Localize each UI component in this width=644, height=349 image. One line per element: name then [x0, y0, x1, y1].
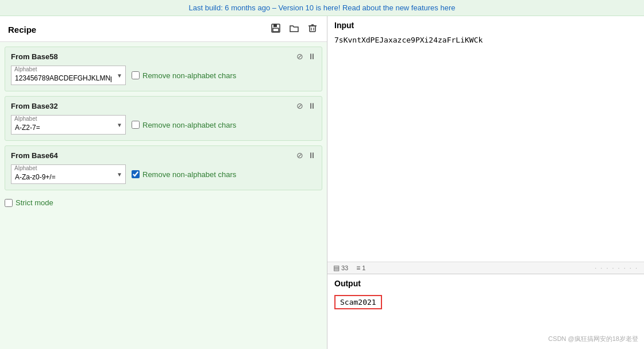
- op-base58-alphabet-select[interactable]: 123456789ABCDEFGHJKLMNp...: [11, 66, 126, 85]
- op-base64-remove-checkbox[interactable]: [132, 170, 140, 178]
- input-status-bar: ▤ 33 ≡ 1 · · · · · · · ·: [327, 262, 644, 274]
- operation-base32: From Base32 ⊘ ⏸ Alphabet A-Z2-7= ▼ Remov…: [5, 96, 322, 141]
- watermark: CSDN @疯狂搞网安的18岁老登: [548, 335, 638, 343]
- output-label: Output: [327, 274, 644, 290]
- op-base64-alphabet-select[interactable]: A-Za-z0-9+/=: [11, 164, 126, 184]
- op-base32-pause-button[interactable]: ⏸: [308, 101, 316, 110]
- op-base58-remove-text: Remove non-alphabet chars: [142, 71, 236, 80]
- recipe-toolbar: [269, 22, 319, 37]
- char-count-icon: ▤: [333, 264, 340, 272]
- op-base32-alphabet-container: Alphabet A-Z2-7= ▼: [11, 115, 126, 135]
- op-base32-remove-text: Remove non-alphabet chars: [142, 121, 236, 129]
- op-base64-title: From Base64: [11, 151, 58, 160]
- op-base32-alphabet-select[interactable]: A-Z2-7=: [11, 115, 126, 135]
- output-value-box: Scam2021: [334, 295, 382, 309]
- op-base58-pause-button[interactable]: ⏸: [308, 52, 316, 61]
- op-base64-controls: ⊘ ⏸: [296, 151, 316, 160]
- op-base32-remove-checkbox[interactable]: [132, 121, 140, 129]
- line-count-icon: ≡: [356, 264, 360, 272]
- input-section: Input 7sKvntXdPEJaxazce9PXi24zaFrLiKWCk …: [327, 16, 644, 274]
- top-banner: Last build: 6 months ago – Version 10 is…: [0, 0, 644, 16]
- banner-text: Last build: 6 months ago – Version 10 is…: [189, 3, 456, 12]
- svg-rect-3: [310, 26, 315, 32]
- svg-rect-1: [273, 24, 277, 27]
- strict-mode-label[interactable]: Strict mode: [5, 198, 53, 207]
- line-count-item: ≡ 1: [356, 264, 365, 272]
- operation-base64: From Base64 ⊘ ⏸ Alphabet A-Za-z0-9+/= ▼ …: [5, 145, 322, 190]
- right-panel-wrapper: Input 7sKvntXdPEJaxazce9PXi24zaFrLiKWCk …: [327, 16, 644, 349]
- op-base64-disable-button[interactable]: ⊘: [296, 151, 303, 160]
- op-base32-header: From Base32 ⊘ ⏸: [11, 101, 316, 110]
- op-base64-remove-label[interactable]: Remove non-alphabet chars: [132, 170, 236, 179]
- op-base32-row: Alphabet A-Z2-7= ▼ Remove non-alphabet c…: [11, 115, 316, 135]
- output-value: Scam2021: [340, 298, 376, 306]
- op-base58-controls: ⊘ ⏸: [296, 52, 316, 61]
- strict-mode-row: Strict mode: [0, 190, 327, 213]
- output-content: Scam2021: [327, 290, 644, 314]
- op-base32-disable-button[interactable]: ⊘: [296, 101, 303, 110]
- delete-button[interactable]: [306, 22, 319, 37]
- op-base58-title: From Base58: [11, 52, 58, 61]
- op-base32-title: From Base32: [11, 102, 58, 110]
- line-count-value: 1: [362, 264, 365, 271]
- op-base58-remove-checkbox[interactable]: [132, 71, 140, 79]
- op-base64-header: From Base64 ⊘ ⏸: [11, 151, 316, 160]
- op-base32-controls: ⊘ ⏸: [296, 101, 316, 110]
- op-base64-remove-text: Remove non-alphabet chars: [142, 170, 236, 179]
- operation-base58: From Base58 ⊘ ⏸ Alphabet 123456789ABCDEF…: [5, 47, 322, 91]
- op-base64-pause-button[interactable]: ⏸: [308, 151, 316, 160]
- open-folder-button[interactable]: [288, 22, 300, 37]
- input-label: Input: [327, 16, 644, 32]
- op-base58-alphabet-container: Alphabet 123456789ABCDEFGHJKLMNp... ▼: [11, 66, 126, 85]
- status-dots: · · · · · · · ·: [595, 264, 638, 271]
- input-textarea[interactable]: 7sKvntXdPEJaxazce9PXi24zaFrLiKWCk: [327, 32, 644, 262]
- strict-mode-checkbox[interactable]: [5, 199, 13, 207]
- recipe-header: Recipe: [0, 16, 327, 42]
- save-button[interactable]: [269, 22, 282, 37]
- char-count-item: ▤ 33: [333, 264, 348, 272]
- op-base64-row: Alphabet A-Za-z0-9+/= ▼ Remove non-alpha…: [11, 164, 316, 184]
- svg-rect-2: [273, 28, 279, 32]
- left-panel: Recipe: [0, 16, 327, 349]
- op-base32-remove-label[interactable]: Remove non-alphabet chars: [132, 121, 236, 129]
- op-base58-disable-button[interactable]: ⊘: [296, 52, 303, 61]
- right-panel: Input 7sKvntXdPEJaxazce9PXi24zaFrLiKWCk …: [327, 16, 644, 349]
- char-count-value: 33: [341, 264, 348, 271]
- op-base64-alphabet-container: Alphabet A-Za-z0-9+/= ▼: [11, 164, 126, 184]
- recipe-title: Recipe: [8, 25, 36, 34]
- op-base58-remove-label[interactable]: Remove non-alphabet chars: [132, 71, 236, 80]
- op-base58-row: Alphabet 123456789ABCDEFGHJKLMNp... ▼ Re…: [11, 66, 316, 85]
- op-base58-header: From Base58 ⊘ ⏸: [11, 52, 316, 61]
- strict-mode-text: Strict mode: [16, 198, 53, 207]
